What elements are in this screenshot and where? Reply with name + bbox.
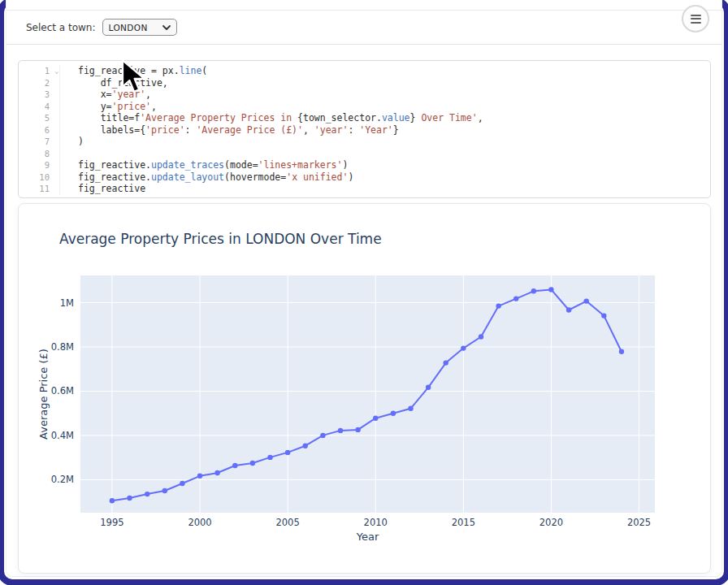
- town-select[interactable]: LONDON: [102, 19, 177, 36]
- code-line: 8: [19, 148, 710, 160]
- svg-text:2000: 2000: [188, 517, 211, 528]
- svg-text:2005: 2005: [275, 517, 299, 528]
- svg-text:2015: 2015: [452, 517, 475, 528]
- svg-text:1M: 1M: [60, 297, 74, 309]
- svg-text:2020: 2020: [540, 517, 563, 528]
- code-line: 9fig_reactive.update_traces(mode='lines+…: [19, 159, 710, 171]
- code-line: 10fig_reactive.update_layout(hovermode='…: [19, 171, 710, 184]
- chart-plot-area[interactable]: 19952000200520102015202020250.2M0.4M0.6M…: [19, 204, 710, 553]
- svg-text:0.8M: 0.8M: [51, 341, 74, 353]
- town-select-value: LONDON: [109, 23, 162, 32]
- svg-text:0.6M: 0.6M: [51, 385, 74, 396]
- code-line: 5 title=f'Average Property Prices in {to…: [19, 112, 710, 124]
- town-selector-label: Select a town:: [26, 22, 96, 33]
- code-line: 6 labels={'price': 'Average Price (£)', …: [19, 124, 710, 136]
- svg-text:1995: 1995: [100, 517, 124, 528]
- town-selector-toolbar: Select a town: LONDON: [6, 10, 722, 45]
- arrow-pointer-icon: [120, 59, 148, 93]
- code-line: 11fig_reactive: [19, 183, 710, 195]
- chevron-down-icon: [162, 25, 171, 30]
- code-line: 4 y='price',: [19, 101, 710, 113]
- svg-text:0.4M: 0.4M: [51, 430, 74, 441]
- x-axis-title: Year: [80, 531, 655, 543]
- chart-card: Average Property Prices in LONDON Over T…: [18, 203, 711, 574]
- fold-chevron-icon[interactable]: ⌄: [54, 65, 58, 77]
- svg-text:0.2M: 0.2M: [51, 474, 74, 485]
- menu-button[interactable]: [682, 5, 709, 32]
- svg-text:2025: 2025: [627, 517, 651, 528]
- svg-text:2010: 2010: [364, 517, 388, 528]
- y-axis-title: Average Price (£): [37, 349, 50, 440]
- code-line: 7): [19, 136, 710, 148]
